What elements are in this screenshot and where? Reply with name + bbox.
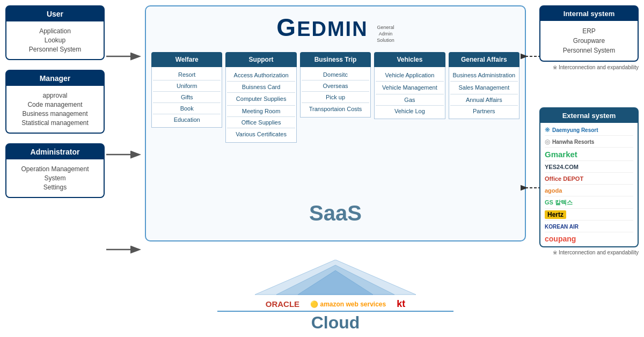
general-affairs-body: Business Administration Sales Management…: [449, 67, 519, 119]
admin-arrow: [106, 244, 147, 255]
external-interconnect-note: ※ Interconnection and expandability: [539, 250, 639, 255]
vehicle-item-management: Vehicle Management: [376, 82, 443, 94]
vehicles-header: Vehicles: [374, 52, 445, 67]
gs-label: GS 칼텍스: [545, 199, 573, 206]
admin-item-operation: Operation Management: [12, 165, 98, 173]
cloud-divider: [217, 311, 453, 312]
ext-koreanair: KOREAN AIR: [545, 223, 633, 232]
user-arrow: [106, 51, 147, 62]
trip-item-transport: Transportaion Costs: [302, 103, 369, 115]
hanwha-label: Hanwha Resorts: [552, 139, 594, 145]
gmarket-label: Gmarket: [545, 150, 577, 159]
welfare-item-gifts: Gifts: [153, 92, 221, 103]
welfare-item-education: Education: [153, 114, 221, 125]
trip-item-pickup: Pick up: [302, 92, 369, 103]
support-body: Access Authorization Buisness Card Compu…: [225, 67, 296, 143]
internal-groupware: Groupware: [546, 37, 632, 45]
ga-item-partners: Partners: [450, 106, 518, 116]
support-item-computer: Computer Supplies: [227, 93, 295, 105]
user-item-lookup: Lookup: [12, 36, 98, 44]
ext-hanwha: ◎ Hanwha Resorts: [545, 138, 633, 148]
daemyung-icon: ❋: [545, 126, 550, 134]
support-module: Support Access Authorization Buisness Ca…: [225, 52, 296, 143]
business-trip-body: Domesitc Overseas Pick up Transportaion …: [300, 67, 371, 118]
vehicle-item-log: Vehicle Log: [376, 106, 443, 116]
logo-text: GEDMIN: [276, 18, 375, 40]
user-item-application: Application: [12, 27, 98, 35]
cloud-providers-row: ORACLE 🟡 amazon web services kt: [145, 298, 526, 310]
welfare-header: Welfare: [151, 52, 222, 67]
internal-interconnect-note: ※ Interconnection and expandability: [539, 64, 639, 70]
external-system-panel: External system ❋ Daemyung Resort ◎ Hanw…: [539, 107, 639, 255]
vehicles-module: Vehicles Vehicle Application Vehicle Man…: [374, 52, 445, 143]
cloud-triangles: [145, 260, 526, 297]
general-affairs-header: General Affairs: [449, 52, 519, 67]
ext-gs: GS 칼텍스: [545, 199, 633, 209]
ext-coupang: coupang: [545, 235, 633, 243]
saas-label: SaaS: [309, 201, 362, 225]
external-system-header: External system: [540, 108, 638, 123]
ext-gmarket: Gmarket: [545, 150, 633, 161]
daemyung-label: Daemyung Resort: [552, 127, 598, 133]
vehicle-item-gas: Gas: [376, 94, 443, 106]
support-item-certificates: Various Certificates: [227, 128, 295, 140]
modules-container: Welfare Resort Uniform Gifts Book Educat…: [151, 52, 519, 143]
manager-item-business: Business management: [12, 110, 98, 118]
logo-g: G: [276, 13, 297, 41]
trip-item-domestic: Domesitc: [302, 69, 369, 80]
support-item-office: Office Supplies: [227, 117, 295, 128]
internal-system-content: ERP Groupware Personnel System: [540, 21, 638, 61]
koreanair-label: KOREAN AIR: [545, 224, 579, 230]
administrator-box: Administrator Operation Management Syste…: [5, 143, 105, 198]
internal-system-panel: Internal system ERP Groupware Personnel …: [539, 5, 639, 70]
ext-hertz: Hertz: [545, 211, 633, 221]
manager-box: Manager approval Code management Busines…: [5, 70, 105, 134]
general-affairs-module: General Affairs Business Administration …: [449, 52, 519, 143]
cloud-triangle-svg: [228, 260, 443, 297]
oracle-logo: ORACLE: [266, 299, 299, 309]
user-content: Application Lookup Personnel System: [6, 21, 104, 59]
ga-item-annual: Annual Affairs: [450, 94, 518, 106]
aws-logo: 🟡 amazon web services: [310, 301, 386, 308]
manager-arrow: [106, 149, 147, 160]
agoda-label: agoda: [545, 187, 562, 194]
ext-agoda: agoda: [545, 187, 633, 196]
center-main-box: GEDMIN GeneralAdminSolution SaaS Welfare…: [145, 5, 526, 241]
business-trip-header: Business Trip: [300, 52, 371, 67]
ext-yes24: YES24.COM: [545, 163, 633, 173]
internal-erp: ERP: [546, 27, 632, 35]
admin-item-system: System: [12, 174, 98, 182]
support-item-meeting: Meeting Room: [227, 106, 295, 117]
external-system-box: External system ❋ Daemyung Resort ◎ Hanw…: [539, 107, 639, 247]
ext-officedepot: Office DEPOT: [545, 175, 633, 185]
hertz-label: Hertz: [545, 210, 566, 219]
kt-logo: kt: [397, 298, 405, 310]
manager-item-approval: approval: [12, 92, 98, 99]
trip-item-overseas: Overseas: [302, 80, 369, 92]
welfare-body: Resort Uniform Gifts Book Education: [151, 67, 222, 128]
user-item-personnel: Personnel System: [12, 46, 98, 53]
admin-item-settings: Settings: [12, 184, 98, 191]
manager-item-code: Code management: [12, 101, 98, 108]
welfare-item-resort: Resort: [153, 69, 221, 80]
user-box: User Application Lookup Personnel System: [5, 5, 105, 60]
yes24-label: YES24.COM: [545, 164, 579, 170]
logo-area: GEDMIN GeneralAdminSolution: [276, 13, 394, 43]
manager-header: Manager: [6, 71, 104, 86]
officedepot-label: Office DEPOT: [545, 175, 583, 182]
cloud-section: ORACLE 🟡 amazon web services kt Cloud: [145, 260, 526, 333]
ga-item-sales: Sales Management: [450, 82, 518, 94]
support-item-access: Access Authorization: [227, 69, 295, 82]
vehicles-body: Vehicle Application Vehicle Management G…: [374, 67, 445, 119]
internal-system-box: Internal system ERP Groupware Personnel …: [539, 5, 639, 62]
vehicle-item-application: Vehicle Application: [376, 69, 443, 82]
administrator-content: Operation Management System Settings: [6, 159, 104, 197]
ga-item-business-admin: Business Administration: [450, 69, 518, 82]
left-panel: User Application Lookup Personnel System…: [5, 5, 105, 198]
support-item-bizcard: Buisness Card: [227, 82, 295, 93]
internal-system-header: Internal system: [540, 6, 638, 21]
coupang-label: coupang: [545, 235, 576, 243]
logo-subtitle: GeneralAdminSolution: [377, 25, 394, 43]
welfare-module: Welfare Resort Uniform Gifts Book Educat…: [151, 52, 222, 143]
ext-daemyung: ❋ Daemyung Resort: [545, 126, 633, 136]
